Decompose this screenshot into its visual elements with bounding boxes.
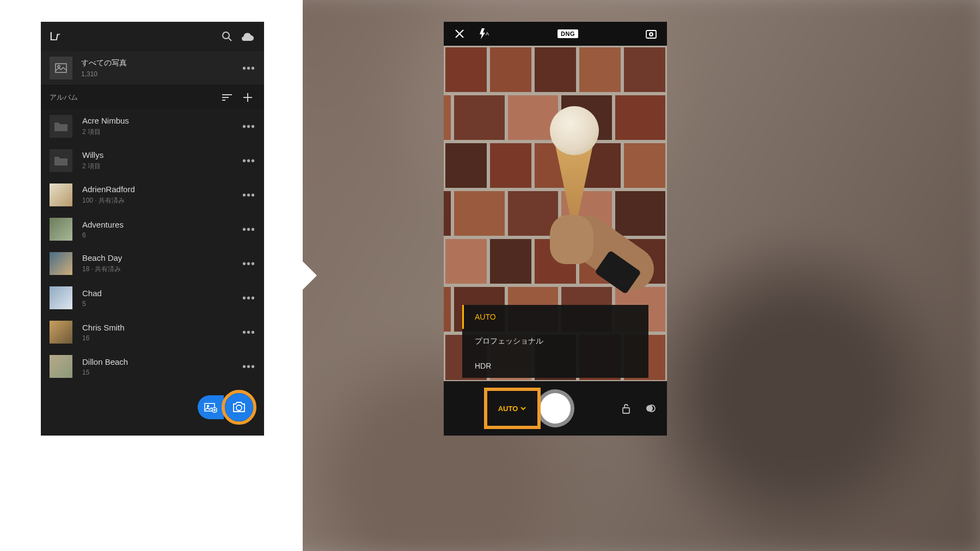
search-icon[interactable] xyxy=(219,29,235,44)
camera-fab-highlight xyxy=(222,390,256,425)
album-row[interactable]: Acre Nimbus2 項目••• xyxy=(41,109,264,144)
flash-auto-icon[interactable]: A xyxy=(476,28,493,39)
lock-open-icon[interactable] xyxy=(621,403,631,414)
album-meta: 5 xyxy=(82,300,242,308)
album-row[interactable]: Dillon Beach15••• xyxy=(41,350,264,384)
lightroom-library-screen: Lr すべての写真 1,310 ••• アルバム xyxy=(41,22,264,436)
all-photos-thumb xyxy=(50,57,72,79)
add-photos-fab[interactable] xyxy=(198,395,224,419)
album-more-icon[interactable]: ••• xyxy=(242,360,255,373)
album-row[interactable]: Chris Smith16••• xyxy=(41,315,264,350)
album-more-icon[interactable]: ••• xyxy=(242,120,255,133)
album-thumbnail xyxy=(50,218,72,241)
album-row[interactable]: Adventures6••• xyxy=(41,212,264,247)
fab-group xyxy=(198,390,256,425)
sort-icon[interactable] xyxy=(219,90,235,105)
album-row[interactable]: Willys2 項目••• xyxy=(41,144,264,178)
album-more-icon[interactable]: ••• xyxy=(242,155,255,167)
album-name: AdrienRadford xyxy=(82,185,242,194)
album-more-icon[interactable]: ••• xyxy=(242,223,255,236)
all-photos-label: すべての写真 xyxy=(81,58,242,68)
album-row[interactable]: Chad5••• xyxy=(41,281,264,315)
album-thumbnail xyxy=(50,183,72,206)
camera-capture-screen: A DNG AUTOプロフェッショナルHDR AUTO xyxy=(444,22,667,436)
close-icon[interactable] xyxy=(451,29,468,39)
album-meta: 2 項目 xyxy=(82,162,242,171)
album-meta: 6 xyxy=(82,231,242,239)
svg-point-0 xyxy=(223,32,229,39)
all-photos-count: 1,310 xyxy=(81,70,242,78)
svg-point-14 xyxy=(236,405,242,411)
album-name: Acre Nimbus xyxy=(82,116,242,125)
album-thumbnail xyxy=(50,321,72,344)
svg-rect-2 xyxy=(56,64,66,72)
all-photos-row[interactable]: すべての写真 1,310 ••• xyxy=(41,51,264,85)
albums-header-row: アルバム xyxy=(41,85,264,109)
switch-camera-icon[interactable] xyxy=(643,28,659,39)
dng-badge[interactable]: DNG xyxy=(558,29,578,38)
album-meta: 100 · 共有済み xyxy=(82,196,242,205)
library-top-bar: Lr xyxy=(41,22,264,51)
album-meta: 2 項目 xyxy=(82,127,242,137)
svg-text:A: A xyxy=(486,31,489,36)
all-photos-more-icon[interactable]: ••• xyxy=(242,62,255,75)
album-thumbnail xyxy=(50,252,72,275)
add-album-icon[interactable] xyxy=(240,90,255,105)
mode-menu-item[interactable]: AUTO xyxy=(462,305,648,329)
album-meta: 16 xyxy=(82,334,242,342)
album-more-icon[interactable]: ••• xyxy=(242,326,255,339)
album-list: Acre Nimbus2 項目•••Willys2 項目•••AdrienRad… xyxy=(41,109,264,384)
folder-icon xyxy=(50,149,72,172)
album-more-icon[interactable]: ••• xyxy=(242,292,255,304)
flow-arrow-icon xyxy=(303,261,317,290)
shutter-button[interactable] xyxy=(536,389,574,427)
mode-menu-item[interactable]: プロフェッショナル xyxy=(462,329,648,354)
left-white-panel: Lr すべての写真 1,310 ••• アルバム xyxy=(0,0,303,551)
folder-icon xyxy=(50,115,72,138)
album-thumbnail xyxy=(50,355,72,378)
ice-cream-subject xyxy=(544,106,604,270)
capture-mode-menu: AUTOプロフェッショナルHDR xyxy=(462,305,648,378)
all-photos-text: すべての写真 1,310 xyxy=(81,58,242,78)
camera-bottom-bar: AUTO xyxy=(444,381,667,436)
album-name: Dillon Beach xyxy=(82,357,242,366)
camera-fab[interactable] xyxy=(225,393,253,421)
svg-point-3 xyxy=(58,65,60,68)
svg-point-10 xyxy=(207,406,209,407)
album-thumbnail xyxy=(50,286,72,309)
svg-rect-19 xyxy=(623,408,629,413)
album-more-icon[interactable]: ••• xyxy=(242,189,255,201)
svg-line-1 xyxy=(229,38,231,41)
presets-icon[interactable] xyxy=(645,403,656,414)
album-meta: 15 xyxy=(82,369,242,376)
album-name: Willys xyxy=(82,150,242,160)
album-more-icon[interactable]: ••• xyxy=(242,258,255,270)
album-row[interactable]: Beach Day18 · 共有済み••• xyxy=(41,247,264,281)
album-name: Chad xyxy=(82,289,242,298)
album-row[interactable]: AdrienRadford100 · 共有済み••• xyxy=(41,178,264,212)
mode-selector-label: AUTO xyxy=(498,405,518,413)
camera-top-bar: A DNG xyxy=(444,22,667,46)
camera-viewfinder[interactable]: AUTOプロフェッショナルHDR xyxy=(444,46,667,381)
albums-header-label: アルバム xyxy=(50,93,78,102)
cloud-sync-icon[interactable] xyxy=(240,29,255,44)
album-name: Chris Smith xyxy=(82,323,242,332)
app-logo: Lr xyxy=(50,29,214,44)
album-name: Adventures xyxy=(82,220,242,229)
mode-menu-item[interactable]: HDR xyxy=(462,354,648,378)
album-name: Beach Day xyxy=(82,253,242,262)
mode-selector-button[interactable]: AUTO xyxy=(484,388,541,429)
album-meta: 18 · 共有済み xyxy=(82,265,242,274)
svg-rect-18 xyxy=(646,30,656,38)
